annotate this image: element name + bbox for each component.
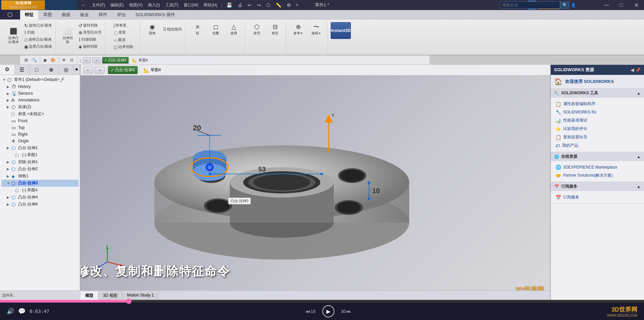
close-button[interactable]: ✕: [629, 0, 644, 10]
tab-sheet-metal[interactable]: 钣金: [75, 10, 94, 19]
menu-window[interactable]: 窗口(W): [181, 0, 201, 10]
instant3d-btn[interactable]: Instant3D: [331, 22, 351, 39]
tab-sketch[interactable]: 草图: [39, 10, 57, 19]
menu-insert[interactable]: 插入(I): [145, 0, 162, 10]
rp-online-header[interactable]: 🌐 在线资源 ▲: [551, 152, 644, 161]
loft-btn[interactable]: ◇放样凸台/基体: [23, 36, 53, 43]
lp-tab-config[interactable]: □: [30, 65, 44, 75]
quick-undo[interactable]: ↩: [245, 0, 254, 10]
rp-3dexp[interactable]: 🌐 3DEXPERIENCE Marketplace: [553, 163, 641, 171]
dome-btn[interactable]: ⌓圆顶: [112, 36, 135, 43]
rp-benchmark[interactable]: 📊 性能基准测试: [553, 116, 641, 125]
ft-cut1[interactable]: ▶ ⬡ 切除-拉伸1: [1, 158, 78, 166]
rp-sw-rx[interactable]: 🔧 SOLIDWORKS Rx: [553, 108, 641, 116]
menu-edit[interactable]: 编辑(E): [108, 0, 126, 10]
quick-print[interactable]: 🖨: [235, 0, 245, 10]
cut-revolve-btn[interactable]: ↺旋转切除: [77, 22, 103, 29]
ft-annotations[interactable]: ▶ A Annotations: [1, 97, 78, 103]
lp-tab-display[interactable]: ⊕: [44, 65, 59, 75]
rp-collapse-btn[interactable]: ◀: [631, 67, 634, 73]
rp-sub-header[interactable]: 📅 订阅服务 ▲: [551, 182, 644, 191]
skip-back-btn[interactable]: ⏮ 10: [306, 309, 315, 314]
menu-view[interactable]: 视图(V): [126, 0, 145, 10]
linear-pattern-btn[interactable]: ⠿线性阵列: [162, 26, 183, 33]
view-orient-btn[interactable]: ⊞: [23, 57, 30, 63]
quick-select[interactable]: ⬡: [264, 0, 273, 10]
revolve-btn[interactable]: ↻旋转凸台/基体: [23, 22, 53, 29]
tab-model[interactable]: 模型: [80, 291, 98, 300]
view-hide-btn[interactable]: 👁: [60, 57, 68, 63]
ft-top[interactable]: ▭ Top: [1, 124, 78, 131]
feat-forward-btn[interactable]: →: [92, 57, 101, 63]
rp-my-products[interactable]: 🏷 我的产品: [553, 141, 641, 150]
menu-tools[interactable]: 工具(T): [163, 0, 181, 10]
rp-tools-header[interactable]: 🔧 SOLIDWORKS 工具 ▲: [551, 89, 644, 98]
quick-save[interactable]: 💾: [224, 0, 235, 10]
tab-weldments[interactable]: 焊件: [94, 10, 112, 19]
fillet-btn[interactable]: ◉ 圆角: [144, 22, 161, 37]
feat-back-btn[interactable]: ←: [83, 57, 91, 63]
fp-back-btn[interactable]: ←: [83, 66, 93, 74]
maximize-button[interactable]: □: [614, 0, 629, 10]
ft-root[interactable]: ▼ ⬡ 零件1 (Default<<Default>_F: [1, 76, 78, 83]
skip-forward-btn[interactable]: 30 ⏭: [341, 309, 351, 314]
rp-subscribe[interactable]: 📅 订阅服务: [553, 193, 641, 201]
tab-feature[interactable]: 特征: [20, 10, 39, 19]
cut-extrude-btn[interactable]: ⬜ 拉伸切除: [59, 29, 76, 43]
ft-solid-body[interactable]: ▶ ⬡ 实体(2): [1, 103, 78, 110]
progress-bar[interactable]: [0, 300, 644, 303]
menu-help[interactable]: 帮助(H): [201, 0, 220, 10]
simple-straight-btn[interactable]: |简单直: [112, 22, 135, 29]
feat-confirm-btn[interactable]: ✓ 凸台-拉伸3: [102, 57, 129, 64]
search-input[interactable]: [500, 1, 560, 9]
rp-property-editor[interactable]: 📋 属性标签编辑程序: [553, 100, 641, 108]
view-display-btn[interactable]: ◉: [42, 57, 48, 63]
hole-wizard-btn[interactable]: ⊕异型孔向导: [77, 29, 103, 36]
rp-partner[interactable]: 🤝 Partner Solutions(解决方案): [553, 171, 641, 180]
menu-file[interactable]: 文件(F): [89, 0, 108, 10]
ft-chamfer1[interactable]: ▶ ◈ 倒角1: [1, 173, 78, 180]
draft-btn[interactable]: △ 拔模: [225, 22, 243, 37]
fp-confirm-btn[interactable]: ✓ 凸台-拉伸3: [108, 66, 138, 74]
user-icon[interactable]: 👤: [570, 1, 577, 9]
sw-logo[interactable]: ⬡: [7, 11, 13, 18]
sweep-btn[interactable]: ⌇扫描: [23, 29, 53, 36]
tab-surface[interactable]: 曲面: [57, 10, 75, 19]
ft-material[interactable]: □ 材质 <未指定>: [1, 110, 78, 118]
ft-sensors[interactable]: ▶ 📡 Sensors: [1, 90, 78, 97]
intersect-btn[interactable]: ⊟ 相交: [266, 22, 284, 37]
ft-history[interactable]: ▶ ⏱ History: [1, 83, 78, 90]
view-section-btn[interactable]: ⊡: [68, 57, 75, 63]
boundary-cut-btn[interactable]: ◻边界切除: [112, 44, 135, 50]
ft-right[interactable]: ▭ Right: [1, 131, 78, 138]
rp-copy-settings[interactable]: 📋 复制设置向导: [553, 133, 641, 141]
quick-options[interactable]: ⚙: [284, 0, 294, 10]
reference-btn[interactable]: ⊕ 参考 ▼: [289, 22, 307, 37]
lp-tab-appearance[interactable]: ◎: [59, 65, 73, 75]
ft-boss2[interactable]: ▶ ⬡ 凸台-拉伸2: [1, 166, 78, 173]
wrap-btn[interactable]: ◻ 包覆: [207, 22, 224, 37]
shell-btn[interactable]: ⬡ 拔壳: [248, 22, 266, 37]
fp-forward-btn[interactable]: →: [95, 66, 105, 74]
rib-btn[interactable]: ≡ 筋: [189, 22, 206, 37]
boss-extrude-btn[interactable]: ⬛ 拉伸凸台/基体: [5, 29, 22, 43]
cut-loft-btn[interactable]: ◈放样切除: [77, 43, 103, 50]
play-button[interactable]: ▶: [322, 305, 334, 317]
ft-sketch4[interactable]: □ (-) 草图4: [1, 187, 78, 194]
lp-tab-property[interactable]: ☰: [15, 65, 30, 75]
volume-btn[interactable]: 🔊: [7, 308, 14, 315]
cut-sweep-btn[interactable]: ⌇扫描切除: [77, 36, 103, 43]
back-nav[interactable]: ←: [78, 0, 89, 10]
view-appear-btn[interactable]: 🎨: [49, 57, 57, 63]
ft-boss4[interactable]: ▶ ⬡ 凸台-拉伸4: [1, 194, 78, 201]
minimize-button[interactable]: —: [599, 0, 614, 10]
curves-btn[interactable]: 〜 曲线 ▼: [308, 22, 325, 37]
deform-btn[interactable]: ◌变形: [112, 29, 135, 36]
ft-sketch1[interactable]: □ (-) 草图1: [1, 151, 78, 158]
search-button[interactable]: 🔍: [560, 1, 570, 9]
ft-origin[interactable]: ✛ Origin: [1, 138, 78, 144]
ft-front[interactable]: ▭ Front: [1, 118, 78, 124]
progress-knob[interactable]: [126, 299, 131, 304]
rp-compare-score[interactable]: ⭐ 比较我的评分: [553, 125, 641, 133]
boundary-btn[interactable]: ◉边界凸台/基体: [23, 43, 53, 50]
